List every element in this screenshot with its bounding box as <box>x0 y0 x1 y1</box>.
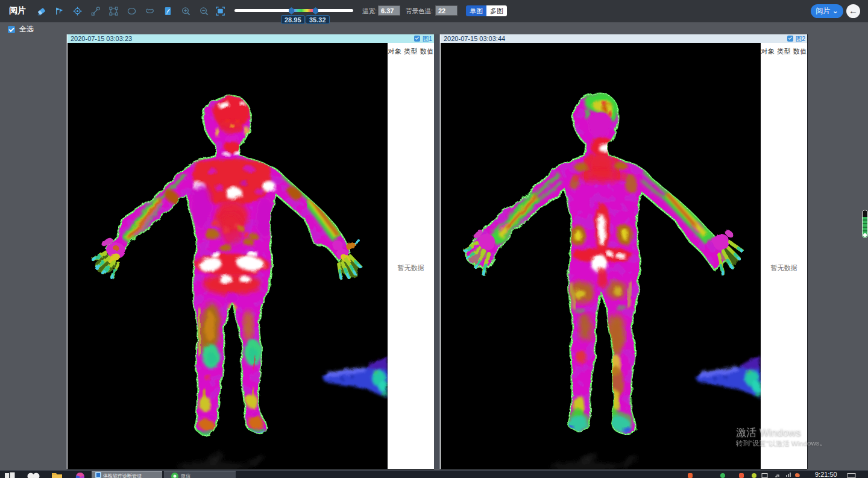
svg-text:9:21:50: 9:21:50 <box>815 471 837 478</box>
svg-text:微信: 微信 <box>181 473 190 478</box>
svg-text:体检软件诊断管理: 体检软件诊断管理 <box>103 473 142 478</box>
